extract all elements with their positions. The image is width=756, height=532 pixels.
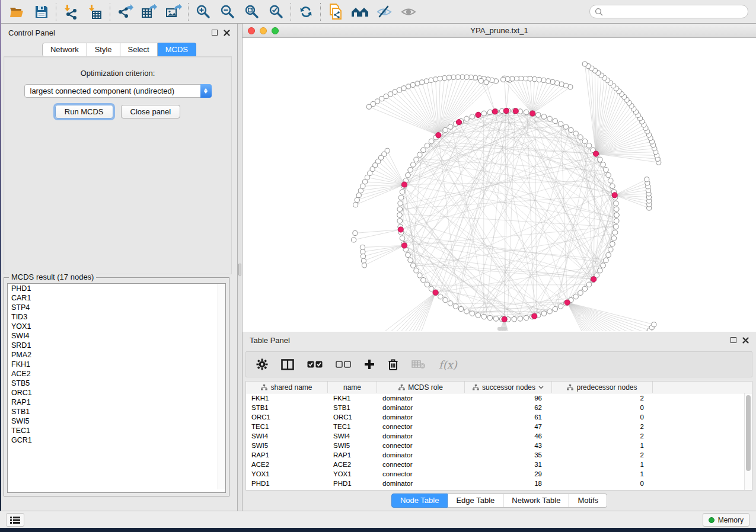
graph-node[interactable]: [379, 97, 384, 101]
mcds-result-item[interactable]: STP4: [8, 303, 225, 312]
graph-node[interactable]: [425, 282, 430, 287]
graph-node-dominator[interactable]: [532, 313, 537, 319]
mcds-result-item[interactable]: SWI4: [8, 331, 225, 341]
toggle-panes-icon[interactable]: [281, 359, 294, 370]
hide-selected-icon[interactable]: [372, 2, 396, 22]
graph-node[interactable]: [366, 104, 371, 109]
graph-node[interactable]: [481, 111, 487, 116]
search-input[interactable]: [589, 5, 748, 18]
graph-node[interactable]: [610, 241, 615, 246]
table-row[interactable]: STB1 STB1 dominator 62 0: [246, 403, 752, 412]
graph-node[interactable]: [421, 277, 426, 283]
memory-button[interactable]: Memory: [703, 513, 749, 527]
graph-node[interactable]: [645, 177, 649, 182]
graph-node[interactable]: [443, 297, 448, 303]
export-table-icon[interactable]: [137, 2, 161, 22]
graph-node[interactable]: [550, 79, 555, 84]
zoom-selected-icon[interactable]: [264, 2, 288, 22]
graph-node[interactable]: [429, 78, 433, 82]
graph-node[interactable]: [512, 316, 517, 322]
graph-node-dominator[interactable]: [591, 277, 596, 282]
graph-node[interactable]: [604, 167, 609, 172]
graph-node[interactable]: [501, 77, 506, 82]
graph-node[interactable]: [582, 286, 588, 291]
table-row[interactable]: RAP1 RAP1 dominator 35 2: [246, 450, 752, 460]
graph-node[interactable]: [360, 245, 365, 249]
graph-node[interactable]: [558, 304, 563, 309]
graph-node[interactable]: [429, 286, 434, 291]
graph-node[interactable]: [361, 258, 366, 263]
graph-node-dominator[interactable]: [476, 112, 481, 117]
graph-node[interactable]: [355, 197, 359, 202]
show-panels-button[interactable]: [6, 513, 24, 527]
graph-node[interactable]: [362, 180, 367, 184]
graph-node[interactable]: [352, 238, 356, 242]
graph-node[interactable]: [614, 207, 619, 212]
splitter-handle[interactable]: [238, 264, 241, 275]
graph-node[interactable]: [410, 82, 415, 87]
graph-node[interactable]: [393, 89, 397, 94]
table-row[interactable]: ORC1 ORC1 dominator 61 0: [246, 412, 752, 422]
graph-node[interactable]: [356, 193, 361, 198]
table-row[interactable]: ACE2 ACE2 connector 31 1: [246, 460, 752, 469]
tab-mcds[interactable]: MCDS: [158, 43, 196, 57]
column-header-name[interactable]: name: [328, 382, 377, 393]
graph-node[interactable]: [608, 178, 613, 184]
graph-node-dominator[interactable]: [564, 300, 570, 305]
graph-node[interactable]: [528, 76, 532, 81]
graph-node[interactable]: [578, 134, 583, 140]
run-mcds-button[interactable]: Run MCDS: [55, 105, 113, 118]
graph-node[interactable]: [397, 213, 403, 218]
graph-node[interactable]: [464, 309, 470, 314]
graph-node[interactable]: [523, 76, 528, 81]
graph-node[interactable]: [419, 80, 424, 85]
tab-select[interactable]: Select: [120, 43, 158, 57]
graph-node-dominator[interactable]: [503, 108, 509, 113]
panel-splitter[interactable]: [238, 24, 243, 511]
graph-node[interactable]: [608, 247, 613, 252]
float-panel-icon[interactable]: [212, 30, 218, 36]
graph-node[interactable]: [586, 143, 592, 148]
tab-edge-table[interactable]: Edge Table: [448, 493, 503, 508]
save-session-icon[interactable]: [29, 2, 53, 22]
graph-node[interactable]: [375, 99, 379, 104]
table-row[interactable]: YOX1 YOX1 connector 29 1: [246, 469, 752, 479]
graph-node-dominator[interactable]: [593, 151, 598, 156]
mcds-result-item[interactable]: TEC1: [8, 426, 225, 435]
graph-node[interactable]: [448, 301, 453, 306]
graph-node[interactable]: [453, 304, 458, 309]
graph-node[interactable]: [614, 201, 619, 206]
mcds-result-item[interactable]: CAR1: [8, 293, 225, 303]
export-network-icon[interactable]: [113, 2, 137, 22]
graph-node[interactable]: [547, 116, 553, 121]
mcds-result-item[interactable]: SWI5: [8, 416, 225, 426]
graph-node-dominator[interactable]: [398, 227, 403, 232]
first-neighbors-icon[interactable]: [347, 2, 372, 22]
graph-node[interactable]: [397, 219, 403, 224]
graph-node[interactable]: [541, 114, 547, 120]
graph-node[interactable]: [398, 201, 403, 206]
graph-node[interactable]: [578, 290, 583, 296]
graph-node[interactable]: [397, 207, 403, 212]
table-row[interactable]: PHD1 PHD1 dominator 18 0: [246, 479, 752, 488]
close-panel-button[interactable]: Close panel: [121, 105, 181, 118]
graph-node[interactable]: [553, 118, 558, 124]
graph-node[interactable]: [429, 139, 434, 144]
zoom-in-icon[interactable]: [191, 2, 215, 22]
criterion-select[interactable]: largest connected component (undirected): [24, 84, 212, 98]
graph-node[interactable]: [582, 139, 588, 144]
mcds-result-item[interactable]: ACE2: [8, 369, 225, 379]
graph-node[interactable]: [606, 172, 611, 178]
zoom-fit-icon[interactable]: [240, 2, 264, 22]
graph-node[interactable]: [458, 306, 464, 312]
close-panel-icon[interactable]: [224, 30, 230, 36]
graph-node[interactable]: [398, 195, 404, 200]
graph-node[interactable]: [481, 314, 487, 319]
table-scrollbar[interactable]: [744, 393, 752, 490]
graph-node[interactable]: [547, 309, 553, 314]
graph-node[interactable]: [598, 157, 603, 162]
clone-network-icon[interactable]: [323, 2, 347, 22]
zoom-out-icon[interactable]: [215, 2, 240, 22]
column-header-successor-nodes[interactable]: successor nodes: [465, 382, 552, 393]
graph-node[interactable]: [586, 282, 592, 287]
